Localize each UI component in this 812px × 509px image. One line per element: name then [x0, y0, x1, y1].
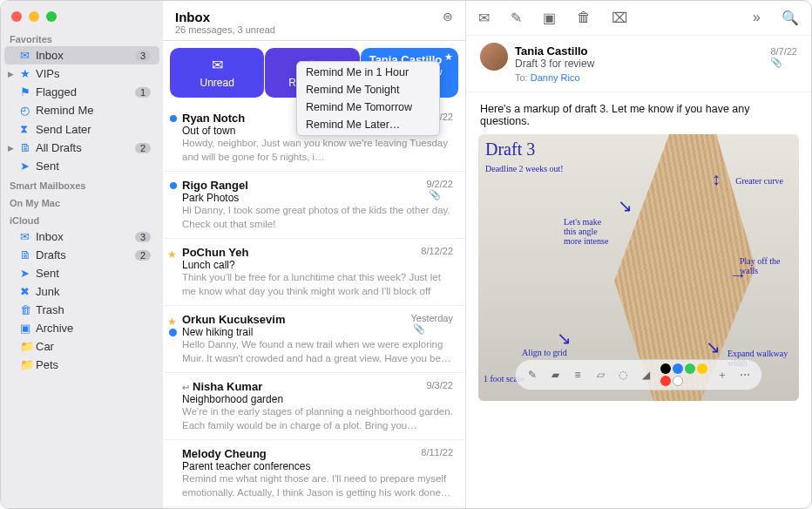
- smart-heading: Smart Mailboxes: [1, 175, 163, 193]
- sidebar-item-icloud-junk[interactable]: ✖︎ Junk: [4, 282, 159, 301]
- onmymac-heading: On My Mac: [1, 193, 163, 210]
- fullscreen-window-button[interactable]: [46, 11, 57, 22]
- sidebar-item-sendlater[interactable]: ⧗ Send Later: [4, 119, 159, 139]
- remind-1hour[interactable]: Remind Me in 1 Hour: [297, 64, 439, 81]
- calendar-clock-icon: ⧗: [20, 122, 36, 136]
- more-markup-icon[interactable]: ⋯: [737, 367, 753, 383]
- arrow-icon: ↘: [706, 336, 721, 357]
- color-blue[interactable]: [673, 363, 683, 374]
- flag-icon: ⚑: [20, 85, 36, 98]
- color-yellow[interactable]: [697, 363, 707, 374]
- chevron-right-icon[interactable]: ▶: [8, 70, 14, 78]
- sidebar-item-vips[interactable]: ▶ ★ VIPs: [4, 64, 159, 83]
- trash-icon: 🗑: [20, 303, 36, 316]
- doc-icon: 🗎: [20, 141, 36, 154]
- clock-icon: ◴: [20, 104, 36, 117]
- folder-icon: 📁: [20, 340, 36, 353]
- mail-viewer: ✉︎ ✎ ▣ 🗑 ⌧ » 🔍 Tania Castillo Draft 3 fo…: [466, 1, 811, 508]
- doc-icon: 🗎: [20, 248, 36, 261]
- trash-icon[interactable]: 🗑: [577, 10, 591, 26]
- arrow-icon: ↘: [618, 195, 633, 216]
- pen-tool-icon[interactable]: ✎: [524, 367, 540, 383]
- mail-subject: Draft 3 for review: [515, 58, 594, 70]
- more-icon[interactable]: »: [753, 10, 761, 26]
- folder-icon: 📁: [20, 358, 36, 371]
- unread-dot-icon: [170, 182, 177, 189]
- chevron-right-icon[interactable]: ▶: [8, 144, 14, 153]
- search-icon[interactable]: 🔍: [782, 10, 799, 26]
- star-icon: ★: [20, 67, 36, 80]
- to-recipient[interactable]: Danny Rico: [531, 72, 580, 83]
- eraser-tool-icon[interactable]: ▱: [592, 367, 608, 383]
- color-red[interactable]: [660, 376, 671, 386]
- ruler-tool-icon[interactable]: ◢: [638, 367, 653, 383]
- filter-button[interactable]: ⊜: [443, 10, 453, 24]
- remind-tomorrow[interactable]: Remind Me Tomorrow: [297, 98, 439, 116]
- sidebar-item-icloud-trash[interactable]: 🗑 Trash: [4, 301, 159, 319]
- attachment-image[interactable]: Draft 3 Deadline 2 weeks out! Let's make…: [478, 134, 799, 401]
- sidebar-item-icloud-car[interactable]: 📁 Car: [4, 337, 159, 356]
- star-icon: ★: [444, 51, 453, 63]
- sidebar-item-icloud-pets[interactable]: 📁 Pets: [4, 356, 159, 374]
- star-icon: ★: [167, 316, 177, 328]
- envelope-icon: ✉︎: [177, 57, 257, 73]
- mailbox-title: Inbox: [175, 10, 275, 24]
- remind-me-popup: Remind Me in 1 Hour Remind Me Tonight Re…: [296, 61, 440, 136]
- archive-icon: ▣: [20, 322, 36, 335]
- remind-tonight[interactable]: Remind Me Tonight: [297, 81, 439, 98]
- attachment-icon: 📎: [770, 57, 782, 67]
- unread-dot-icon: [169, 329, 177, 336]
- sidebar-item-icloud-sent[interactable]: ➤ Sent: [4, 264, 159, 282]
- sidebar-item-icloud-archive[interactable]: ▣ Archive: [4, 319, 159, 337]
- sidebar-item-remindme[interactable]: ◴ Remind Me: [4, 101, 159, 119]
- message-list: Inbox 26 messages, 3 unread ⊜ ✉︎ Unread …: [163, 1, 466, 508]
- sidebar-item-icloud-drafts[interactable]: 🗎 Drafts 2: [4, 246, 159, 264]
- color-white[interactable]: [673, 376, 683, 386]
- line-width-icon[interactable]: ≡: [570, 367, 585, 383]
- send-icon: ➤: [20, 159, 36, 173]
- sidebar-item-inbox[interactable]: ✉︎ Inbox 3: [4, 46, 159, 64]
- message-row[interactable]: ★ 8/12/22 PoChun Yeh Lunch call? Think y…: [163, 239, 465, 306]
- junk-icon[interactable]: ⌧: [612, 10, 627, 26]
- message-row[interactable]: 8/30/22 Mayuri Desai: [163, 507, 465, 508]
- highlighter-tool-icon[interactable]: ▰: [547, 367, 563, 383]
- sidebar: Favorites ✉︎ Inbox 3 ▶ ★ VIPs ⚑ Flagged …: [1, 1, 163, 508]
- pill-unread[interactable]: ✉︎ Unread: [170, 48, 264, 98]
- minimize-window-button[interactable]: [29, 11, 39, 22]
- annotation-angle: Let's make this angle more intense: [564, 217, 616, 246]
- messages-container: 7/22 Ryan Notch Out of town Howdy, neigh…: [163, 105, 465, 508]
- top-pills: ✉︎ Unread ◴ Remind M ★ Tania Castillo Dr…: [163, 41, 465, 105]
- color-green[interactable]: [685, 363, 695, 374]
- reply-arrow-icon: ↩︎: [182, 383, 189, 392]
- color-black[interactable]: [660, 363, 671, 374]
- mailbox-subtitle: 26 messages, 3 unread: [175, 24, 275, 35]
- remind-later[interactable]: Remind Me Later…: [297, 116, 439, 133]
- attachment-icon: 📎: [429, 189, 441, 200]
- message-row[interactable]: ★ Yesterday📎 Orkun Kucuksevim New hiking…: [163, 306, 465, 373]
- close-window-button[interactable]: [11, 11, 22, 22]
- message-row[interactable]: 9/2/22📎 Rigo Rangel Park Photos Hi Danny…: [163, 172, 465, 239]
- arrow-icon: ↕: [712, 169, 721, 189]
- envelope-icon[interactable]: ✉︎: [478, 10, 490, 26]
- viewer-toolbar: ✉︎ ✎ ▣ 🗑 ⌧ » 🔍: [466, 1, 811, 36]
- annotation-deadline: Deadline 2 weeks out!: [485, 164, 564, 173]
- sidebar-item-icloud-inbox[interactable]: ✉︎ Inbox 3: [4, 227, 159, 246]
- archive-icon[interactable]: ▣: [543, 10, 556, 26]
- add-shape-icon[interactable]: ＋: [714, 367, 730, 383]
- from-name: Tania Castillo: [515, 44, 594, 58]
- sidebar-item-flagged[interactable]: ⚑ Flagged 1: [4, 83, 159, 101]
- compose-icon[interactable]: ✎: [511, 10, 522, 26]
- mail-header: Tania Castillo Draft 3 for review 8/7/22…: [466, 36, 811, 92]
- star-icon: ★: [167, 248, 177, 261]
- mail-date: 8/7/22: [770, 46, 797, 57]
- inbox-icon: ✉︎: [20, 49, 36, 62]
- message-row[interactable]: 8/11/22 Melody Cheung Parent teacher con…: [163, 440, 465, 507]
- inbox-icon: ✉︎: [20, 230, 36, 243]
- message-row[interactable]: 9/3/22 ↩︎Nisha Kumar Neighborhood garden…: [163, 373, 465, 440]
- lasso-tool-icon[interactable]: ◌: [615, 367, 631, 383]
- sidebar-item-sent[interactable]: ➤ Sent: [4, 157, 159, 175]
- unread-dot-icon: [170, 115, 177, 122]
- markup-toolbar: ✎ ▰ ≡ ▱ ◌ ◢ ＋ ⋯: [515, 359, 762, 390]
- sidebar-item-alldrafts[interactable]: ▶ 🗎 All Drafts 2: [4, 139, 159, 157]
- annotation-align: Align to grid: [522, 348, 567, 357]
